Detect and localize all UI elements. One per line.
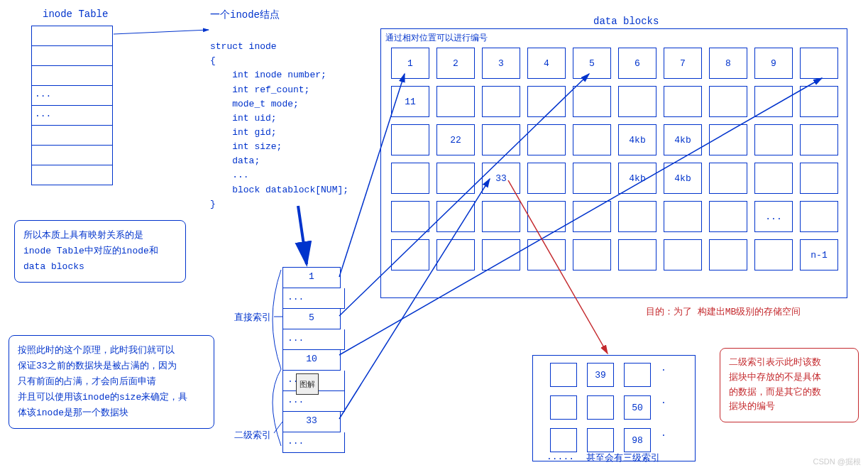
inode-row bbox=[31, 126, 113, 146]
block-cell: 6 bbox=[618, 48, 657, 79]
block-cell bbox=[709, 163, 747, 194]
block-cell bbox=[482, 124, 520, 155]
inode-row bbox=[31, 46, 113, 66]
note-line: 保证33之前的数据块是被占满的，因为 bbox=[18, 359, 205, 374]
index-row: 33 bbox=[282, 412, 341, 432]
sub-dots: . bbox=[661, 395, 668, 420]
svg-line-3 bbox=[274, 422, 282, 433]
datablock-index-table: 1 ... 5 ... 10 ... 图解 ... 33 ... bbox=[282, 267, 345, 453]
block-cell bbox=[754, 163, 793, 194]
block-cell bbox=[436, 163, 475, 194]
block-cell bbox=[573, 124, 611, 155]
data-blocks-title: data blocks bbox=[593, 16, 659, 27]
struct-title: 一个inode结点 bbox=[210, 9, 280, 21]
block-cell bbox=[527, 239, 566, 270]
inode-table: ... ... bbox=[31, 26, 113, 185]
inode-row bbox=[31, 165, 113, 185]
block-cell bbox=[391, 163, 429, 194]
label-second-index: 二级索引 bbox=[234, 429, 271, 442]
block-cell: 8 bbox=[709, 48, 747, 79]
block-cell bbox=[800, 124, 838, 155]
block-cell bbox=[391, 201, 429, 232]
inode-row: ... bbox=[31, 106, 113, 126]
inode-row bbox=[31, 66, 113, 86]
block-cell bbox=[754, 124, 793, 155]
block-cell bbox=[436, 239, 475, 270]
block-cell bbox=[664, 239, 702, 270]
index-row: 10 bbox=[282, 350, 341, 371]
note-line: data blocks bbox=[23, 259, 177, 275]
diagram-tag: 图解 bbox=[296, 373, 319, 395]
block-cell bbox=[527, 86, 566, 117]
block-cell: 4kb bbox=[618, 163, 657, 194]
block-cell bbox=[709, 201, 747, 232]
block-cell bbox=[573, 163, 611, 194]
block-cell bbox=[709, 239, 747, 270]
block-cell bbox=[436, 201, 475, 232]
block-cell bbox=[754, 239, 793, 270]
inode-row bbox=[31, 146, 113, 165]
sub-cell bbox=[550, 363, 577, 387]
secondary-index-grid: 39 . 50 . 98 . bbox=[532, 355, 696, 461]
block-cell bbox=[482, 201, 520, 232]
sub-cell: 50 bbox=[624, 395, 651, 420]
note-box-principle: 按照此时的这个原理，此时我们就可以 保证33之前的数据块是被占满的，因为 只有前… bbox=[9, 335, 214, 429]
block-cell: 2 bbox=[436, 48, 475, 79]
sub-cell bbox=[587, 395, 614, 420]
sub-cell bbox=[624, 363, 651, 387]
sub-dots: . bbox=[661, 428, 668, 452]
block-cell bbox=[664, 201, 702, 232]
sub-grid-label: 甚至会有三级索引 bbox=[586, 452, 660, 464]
block-cell: 1 bbox=[391, 48, 429, 79]
sub-grid-bottom-dots: ..... bbox=[546, 452, 574, 462]
struct-code: struct inode { int inode number; int ref… bbox=[210, 26, 348, 212]
index-row: ... bbox=[282, 432, 345, 453]
block-cell bbox=[618, 201, 657, 232]
red-goal-text: 目的：为了 构建出MB级别的存储空间 bbox=[646, 305, 801, 318]
block-cell: 11 bbox=[391, 86, 429, 117]
data-blocks-grid: 1 2 3 4 5 6 7 8 9 11 22 4kb 4kb 33 4 bbox=[391, 48, 841, 270]
block-cell bbox=[391, 239, 429, 270]
block-cell bbox=[618, 86, 657, 117]
data-blocks-grid-outer: 通过相对位置可以进行编号 1 2 3 4 5 6 7 8 9 11 22 4kb… bbox=[380, 28, 847, 298]
block-cell bbox=[800, 201, 838, 232]
index-row: 5 bbox=[282, 309, 341, 329]
note-line: 体该inode是那一个数据块 bbox=[18, 405, 205, 421]
block-cell bbox=[800, 48, 838, 79]
sub-cell bbox=[550, 428, 577, 452]
note-line: 并且可以使用该inode的size来确定，具 bbox=[18, 390, 205, 405]
svg-line-1 bbox=[298, 206, 307, 264]
note-line: 按照此时的这个原理，此时我们就可以 bbox=[18, 343, 205, 359]
note-line: 二级索引表示此时该数 bbox=[729, 356, 850, 371]
block-cell: 22 bbox=[436, 124, 475, 155]
index-row: ... bbox=[282, 329, 345, 350]
block-cell bbox=[800, 163, 838, 194]
block-cell: 9 bbox=[754, 48, 793, 79]
watermark: CSDN @掘根 bbox=[813, 457, 861, 467]
grid-header: 通过相对位置可以进行编号 bbox=[385, 32, 488, 44]
block-cell bbox=[664, 86, 702, 117]
block-cell bbox=[573, 239, 611, 270]
note-line: 所以本质上具有映射关系的是 bbox=[23, 228, 177, 244]
block-cell bbox=[618, 239, 657, 270]
note-line: 据块中存放的不是具体 bbox=[729, 371, 850, 386]
block-cell: 4 bbox=[527, 48, 566, 79]
sub-cell: 98 bbox=[624, 428, 651, 452]
block-cell: 3 bbox=[482, 48, 520, 79]
block-cell bbox=[709, 124, 747, 155]
block-cell bbox=[527, 201, 566, 232]
block-cell: ... bbox=[754, 201, 793, 232]
block-cell: 5 bbox=[573, 48, 611, 79]
block-cell bbox=[527, 163, 566, 194]
block-cell bbox=[482, 86, 520, 117]
block-cell bbox=[800, 86, 838, 117]
inode-row: ... bbox=[31, 86, 113, 106]
block-cell bbox=[391, 124, 429, 155]
svg-line-0 bbox=[114, 30, 209, 34]
sub-cell bbox=[550, 395, 577, 420]
sub-cell bbox=[587, 428, 614, 452]
block-cell bbox=[573, 86, 611, 117]
block-cell bbox=[709, 86, 747, 117]
label-direct-index: 直接索引 bbox=[234, 311, 271, 324]
sub-dots: . bbox=[661, 363, 668, 387]
